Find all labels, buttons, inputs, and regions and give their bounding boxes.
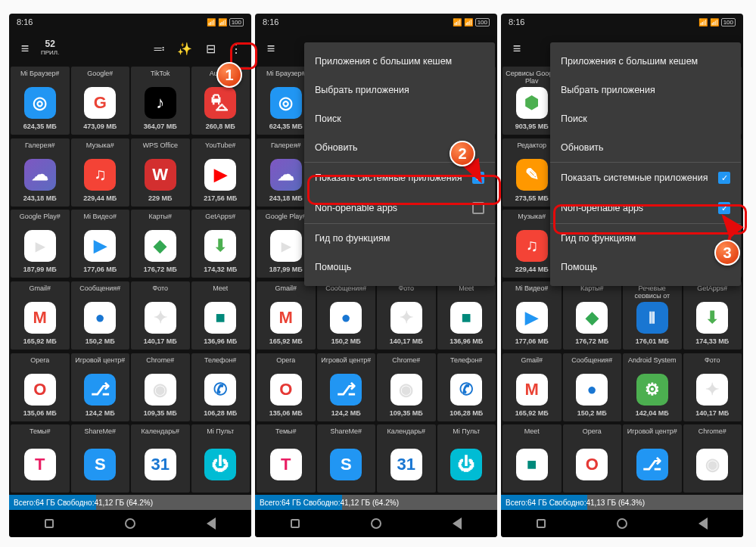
app-tile-chrome[interactable]: Chrome#◉109,35 МБ: [377, 353, 436, 421]
app-tile-gmail[interactable]: Gmail#M165,92 МБ: [11, 281, 70, 350]
nav-recent[interactable]: [45, 519, 54, 528]
app-tile-opera2[interactable]: OperaO: [563, 424, 622, 493]
app-tile-speech[interactable]: Речевые сервисы от⦀176,01 МБ: [623, 281, 682, 350]
nav-back[interactable]: [453, 517, 462, 530]
app-tile-gplay[interactable]: Google Play#▶187,99 МБ: [11, 210, 70, 278]
nav-back[interactable]: [698, 517, 708, 530]
app-tile-phone[interactable]: Телефон#✆106,28 МБ: [437, 353, 496, 421]
app-tile-sys[interactable]: Android System⚙142,04 МБ: [623, 353, 682, 421]
app-tile-opera[interactable]: OperaO135,06 МБ: [11, 353, 70, 421]
app-tile-meet[interactable]: Meet■136,96 МБ: [191, 281, 250, 350]
nav-recent[interactable]: [537, 519, 546, 528]
app-tile-gmail[interactable]: Gmail#M165,92 МБ: [257, 281, 316, 350]
app-tile-gallery[interactable]: Галерея#☁243,18 МБ: [11, 138, 70, 207]
app-tile-theme[interactable]: Темы#T: [11, 424, 70, 493]
app-tile-google[interactable]: Google#G473,09 МБ: [71, 67, 130, 135]
menu-tour[interactable]: Гид по функциям: [304, 223, 495, 253]
app-tile-photo[interactable]: Фото✦140,17 МБ: [131, 281, 190, 350]
clean-icon[interactable]: ✨: [174, 38, 195, 59]
app-tile-getapps[interactable]: GetApps#⬇174,32 МБ: [191, 210, 250, 278]
app-icon: ⦀: [636, 302, 668, 334]
menu-nonopen[interactable]: Non-openable apps✓: [550, 193, 741, 223]
app-label: Mi Браузер#: [266, 70, 305, 83]
app-tile-theme[interactable]: Темы#T: [257, 424, 316, 493]
sort-icon[interactable]: ≕: [148, 38, 170, 59]
app-tile-browser[interactable]: Mi Браузер#◎624,35 МБ: [11, 67, 70, 135]
app-tile-meet2[interactable]: Meet■: [502, 424, 562, 493]
app-tile-video2[interactable]: Mi Видео#▶177,06 МБ: [502, 281, 562, 350]
app-tile-getapps2[interactable]: GetApps#⬇174,33 МБ: [683, 281, 742, 350]
app-tile-remote[interactable]: Mi Пульт⏻: [191, 424, 250, 493]
menu-help[interactable]: Помощь: [304, 253, 495, 281]
menu-showsys[interactable]: Показать системные приложения✓: [550, 163, 741, 193]
app-label: Google Play#: [20, 213, 61, 226]
app-size: 229,44 МБ: [83, 194, 117, 202]
app-label: Mi Пульт: [453, 427, 480, 441]
overflow-icon[interactable]: ⋮: [226, 38, 247, 59]
app-label: Игровой центр#: [321, 356, 371, 370]
menu-search[interactable]: Поиск: [304, 104, 495, 133]
app-label: Речевые сервисы от: [624, 284, 680, 298]
app-tile-cal[interactable]: Календарь#31: [131, 424, 190, 493]
menu-select[interactable]: Выбрать приложения: [550, 76, 741, 104]
menu-bigcache[interactable]: Приложения с большим кешем: [550, 47, 741, 76]
menu-bigcache[interactable]: Приложения с большим кешем: [304, 47, 495, 76]
checkbox-on-icon[interactable]: ✓: [718, 172, 730, 184]
app-tile-photo2[interactable]: Фото✦140,17 МБ: [683, 353, 742, 421]
menu-tour[interactable]: Гид по функциям: [550, 223, 741, 253]
app-icon: ✦: [390, 302, 422, 334]
app-icon: ✆: [450, 374, 482, 406]
uninstall-icon[interactable]: ⊟: [200, 38, 221, 59]
app-icon: ♪: [145, 87, 176, 119]
menu-nonopen[interactable]: Non-openable apps: [304, 193, 495, 223]
app-tile-msg2[interactable]: Сообщения#●150,2 МБ: [563, 353, 622, 421]
app-tile-phone[interactable]: Телефон#✆106,28 МБ: [191, 353, 250, 421]
app-tile-meet[interactable]: Meet■136,96 МБ: [437, 281, 496, 350]
app-count: 52ПРИЛ.: [41, 39, 59, 57]
app-label: WPS Office: [143, 141, 178, 155]
menu-refresh[interactable]: Обновить: [550, 133, 741, 163]
checkbox-on-icon[interactable]: ✓: [472, 172, 484, 184]
nav-recent[interactable]: [291, 519, 300, 528]
app-icon: ■: [516, 449, 548, 480]
nav-home[interactable]: [617, 518, 627, 529]
menu-showsys[interactable]: Показать системные приложения✓: [304, 163, 495, 193]
menu-select[interactable]: Выбрать приложения: [304, 76, 495, 104]
app-tile-video[interactable]: Mi Видео#▶177,06 МБ: [71, 210, 130, 278]
app-tile-share[interactable]: ShareMe#S: [71, 424, 130, 493]
app-tile-msg[interactable]: Сообщения#●150,2 МБ: [71, 281, 130, 350]
app-tile-music[interactable]: Музыка#♫229,44 МБ: [71, 138, 130, 207]
checkbox-off-icon[interactable]: [472, 202, 484, 214]
app-tile-maps2[interactable]: Карты#◆176,72 МБ: [563, 281, 622, 350]
storage-bar: Всего:64 ГБ Свободно:41,12 ГБ (64.2%): [9, 495, 251, 510]
app-tile-game[interactable]: Игровой центр#⎇124,2 МБ: [71, 353, 130, 421]
app-tile-share[interactable]: ShareMe#S: [317, 424, 376, 493]
app-tile-gmail2[interactable]: Gmail#M165,92 МБ: [502, 353, 562, 421]
phone-screen-2: 8:16 📶 📶 100 ≡ Mi Браузер#◎624,35 МБGoog…: [255, 14, 497, 537]
app-tile-youtube[interactable]: YouTube#▶217,56 МБ: [191, 138, 250, 207]
app-tile-cal[interactable]: Календарь#31: [377, 424, 436, 493]
nav-home[interactable]: [371, 518, 381, 529]
app-tile-remote[interactable]: Mi Пульт⏻: [437, 424, 496, 493]
app-tile-photo[interactable]: Фото✦140,17 МБ: [377, 281, 436, 350]
app-tile-chrome[interactable]: Chrome#◉109,35 МБ: [131, 353, 190, 421]
menu-icon[interactable]: ≡: [260, 41, 282, 57]
checkbox-on-icon[interactable]: ✓: [718, 202, 730, 214]
app-tile-chrome2[interactable]: Chrome#◉: [683, 424, 742, 493]
app-tile-msg[interactable]: Сообщения#●150,2 МБ: [317, 281, 376, 350]
menu-icon[interactable]: ≡: [14, 41, 36, 57]
app-tile-maps[interactable]: Карты#◆176,72 МБ: [131, 210, 190, 278]
menu-search[interactable]: Поиск: [550, 104, 741, 133]
app-tile-wps[interactable]: WPS OfficeW229 МБ: [131, 138, 190, 207]
menu-icon[interactable]: ≡: [506, 41, 528, 57]
app-icon: ☁: [270, 159, 302, 191]
app-tile-game[interactable]: Игровой центр#⎇124,2 МБ: [317, 353, 376, 421]
app-tile-opera[interactable]: OperaO135,06 МБ: [257, 353, 316, 421]
menu-help[interactable]: Помощь: [550, 253, 741, 281]
nav-back[interactable]: [207, 517, 216, 530]
app-tile-game2[interactable]: Игровой центр#⎇: [623, 424, 682, 493]
app-tile-tiktok[interactable]: TikTok♪364,07 МБ: [131, 67, 190, 135]
app-label: Фото: [152, 284, 168, 298]
app-icon: O: [270, 374, 302, 406]
nav-home[interactable]: [125, 518, 135, 529]
